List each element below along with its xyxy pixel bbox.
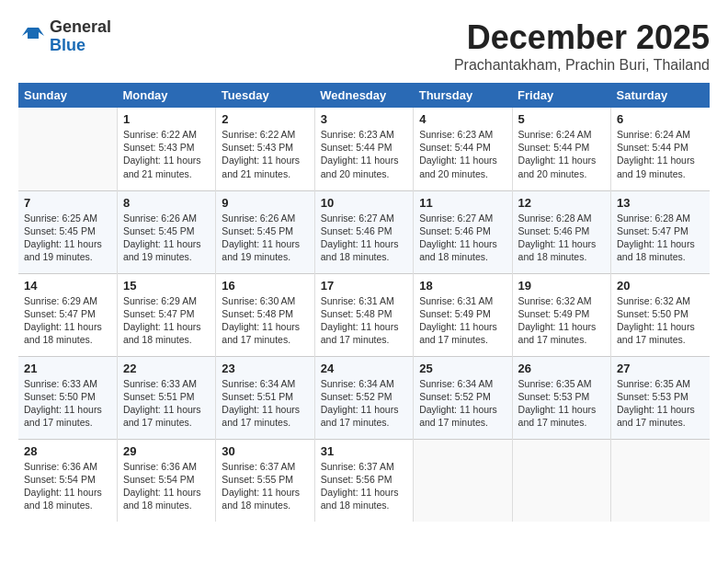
cell-info: Sunrise: 6:30 AM Sunset: 5:48 PM Dayligh… — [222, 294, 308, 347]
calendar-cell: 26Sunrise: 6:35 AM Sunset: 5:53 PM Dayli… — [512, 356, 610, 439]
location-title: Prachantakham, Prachin Buri, Thailand — [454, 57, 710, 74]
calendar-cell: 17Sunrise: 6:31 AM Sunset: 5:48 PM Dayli… — [314, 273, 413, 356]
day-number: 11 — [419, 196, 506, 210]
cell-info: Sunrise: 6:34 AM Sunset: 5:51 PM Dayligh… — [222, 377, 308, 430]
cell-info: Sunrise: 6:26 AM Sunset: 5:45 PM Dayligh… — [222, 212, 308, 264]
calendar-week-2: 7Sunrise: 6:25 AM Sunset: 5:45 PM Daylig… — [18, 190, 710, 273]
calendar-table: SundayMondayTuesdayWednesdayThursdayFrid… — [18, 83, 710, 522]
day-number: 27 — [617, 362, 704, 375]
cell-info: Sunrise: 6:23 AM Sunset: 5:44 PM Dayligh… — [321, 128, 407, 180]
calendar-cell: 2Sunrise: 6:22 AM Sunset: 5:43 PM Daylig… — [216, 108, 314, 190]
day-number: 18 — [419, 279, 506, 293]
month-title: December 2025 — [454, 18, 710, 57]
cell-info: Sunrise: 6:22 AM Sunset: 5:43 PM Dayligh… — [123, 128, 210, 180]
cell-info: Sunrise: 6:35 AM Sunset: 5:53 PM Dayligh… — [617, 377, 704, 430]
day-number: 5 — [518, 112, 605, 126]
day-number: 23 — [222, 362, 308, 375]
calendar-cell: 7Sunrise: 6:25 AM Sunset: 5:45 PM Daylig… — [18, 190, 117, 273]
calendar-cell: 15Sunrise: 6:29 AM Sunset: 5:47 PM Dayli… — [117, 273, 215, 356]
cell-info: Sunrise: 6:28 AM Sunset: 5:46 PM Dayligh… — [518, 212, 605, 264]
logo-icon — [18, 23, 46, 51]
svg-rect-1 — [28, 36, 39, 39]
calendar-cell: 30Sunrise: 6:37 AM Sunset: 5:55 PM Dayli… — [216, 439, 314, 522]
calendar-cell: 31Sunrise: 6:37 AM Sunset: 5:56 PM Dayli… — [314, 439, 413, 522]
calendar-cell: 3Sunrise: 6:23 AM Sunset: 5:44 PM Daylig… — [314, 108, 413, 190]
calendar-cell: 25Sunrise: 6:34 AM Sunset: 5:52 PM Dayli… — [414, 356, 512, 439]
cell-info: Sunrise: 6:36 AM Sunset: 5:54 PM Dayligh… — [123, 460, 210, 512]
day-number: 26 — [518, 362, 605, 375]
header-monday: Monday — [117, 83, 215, 108]
calendar-cell: 14Sunrise: 6:29 AM Sunset: 5:47 PM Dayli… — [18, 273, 117, 356]
calendar-week-3: 14Sunrise: 6:29 AM Sunset: 5:47 PM Dayli… — [18, 273, 710, 356]
day-number: 16 — [222, 279, 308, 293]
day-number: 15 — [123, 279, 210, 293]
calendar-week-4: 21Sunrise: 6:33 AM Sunset: 5:50 PM Dayli… — [18, 356, 710, 439]
cell-info: Sunrise: 6:35 AM Sunset: 5:53 PM Dayligh… — [518, 377, 605, 430]
day-number: 31 — [321, 444, 407, 458]
day-number: 12 — [518, 196, 605, 210]
calendar-week-1: 1Sunrise: 6:22 AM Sunset: 5:43 PM Daylig… — [18, 108, 710, 190]
day-number: 22 — [123, 362, 210, 375]
cell-info: Sunrise: 6:36 AM Sunset: 5:54 PM Dayligh… — [24, 460, 111, 512]
day-number: 6 — [617, 112, 704, 126]
calendar-cell: 27Sunrise: 6:35 AM Sunset: 5:53 PM Dayli… — [611, 356, 710, 439]
header-friday: Friday — [512, 83, 610, 108]
cell-info: Sunrise: 6:27 AM Sunset: 5:46 PM Dayligh… — [419, 212, 506, 264]
header-thursday: Thursday — [414, 83, 512, 108]
calendar-cell: 9Sunrise: 6:26 AM Sunset: 5:45 PM Daylig… — [216, 190, 314, 273]
cell-info: Sunrise: 6:28 AM Sunset: 5:47 PM Dayligh… — [617, 212, 704, 264]
calendar-cell: 20Sunrise: 6:32 AM Sunset: 5:50 PM Dayli… — [611, 273, 710, 356]
calendar-cell: 19Sunrise: 6:32 AM Sunset: 5:49 PM Dayli… — [512, 273, 610, 356]
calendar-cell — [512, 439, 610, 522]
cell-info: Sunrise: 6:24 AM Sunset: 5:44 PM Dayligh… — [518, 128, 605, 180]
cell-info: Sunrise: 6:31 AM Sunset: 5:49 PM Dayligh… — [419, 294, 506, 347]
day-number: 13 — [617, 196, 704, 210]
cell-info: Sunrise: 6:34 AM Sunset: 5:52 PM Dayligh… — [419, 377, 506, 430]
header-wednesday: Wednesday — [314, 83, 413, 108]
cell-info: Sunrise: 6:33 AM Sunset: 5:50 PM Dayligh… — [24, 377, 111, 430]
day-number: 10 — [321, 196, 407, 210]
cell-info: Sunrise: 6:37 AM Sunset: 5:56 PM Dayligh… — [321, 460, 407, 512]
header-sunday: Sunday — [18, 83, 117, 108]
svg-marker-0 — [22, 28, 44, 36]
day-number: 30 — [222, 444, 308, 458]
day-number: 14 — [24, 279, 111, 293]
calendar-cell: 23Sunrise: 6:34 AM Sunset: 5:51 PM Dayli… — [216, 356, 314, 439]
day-number: 4 — [419, 112, 506, 126]
calendar-cell: 12Sunrise: 6:28 AM Sunset: 5:46 PM Dayli… — [512, 190, 610, 273]
header-saturday: Saturday — [611, 83, 710, 108]
calendar-cell — [414, 439, 512, 522]
calendar-cell: 10Sunrise: 6:27 AM Sunset: 5:46 PM Dayli… — [314, 190, 413, 273]
day-number: 9 — [222, 196, 308, 210]
cell-info: Sunrise: 6:24 AM Sunset: 5:44 PM Dayligh… — [617, 128, 704, 180]
calendar-cell: 5Sunrise: 6:24 AM Sunset: 5:44 PM Daylig… — [512, 108, 610, 190]
title-block: December 2025 Prachantakham, Prachin Bur… — [454, 18, 710, 74]
day-number: 28 — [24, 444, 111, 458]
day-number: 24 — [321, 362, 407, 375]
day-number: 8 — [123, 196, 210, 210]
calendar-cell: 11Sunrise: 6:27 AM Sunset: 5:46 PM Dayli… — [414, 190, 512, 273]
cell-info: Sunrise: 6:32 AM Sunset: 5:50 PM Dayligh… — [617, 294, 704, 347]
logo-blue-text: Blue — [50, 37, 111, 55]
cell-info: Sunrise: 6:33 AM Sunset: 5:51 PM Dayligh… — [123, 377, 210, 430]
cell-info: Sunrise: 6:34 AM Sunset: 5:52 PM Dayligh… — [321, 377, 407, 430]
calendar-cell: 29Sunrise: 6:36 AM Sunset: 5:54 PM Dayli… — [117, 439, 215, 522]
calendar-cell: 21Sunrise: 6:33 AM Sunset: 5:50 PM Dayli… — [18, 356, 117, 439]
cell-info: Sunrise: 6:26 AM Sunset: 5:45 PM Dayligh… — [123, 212, 210, 264]
day-number: 21 — [24, 362, 111, 375]
cell-info: Sunrise: 6:23 AM Sunset: 5:44 PM Dayligh… — [419, 128, 506, 180]
cell-info: Sunrise: 6:37 AM Sunset: 5:55 PM Dayligh… — [222, 460, 308, 512]
calendar-cell: 16Sunrise: 6:30 AM Sunset: 5:48 PM Dayli… — [216, 273, 314, 356]
day-number: 2 — [222, 112, 308, 126]
day-number: 3 — [321, 112, 407, 126]
day-number: 25 — [419, 362, 506, 375]
day-number: 29 — [123, 444, 210, 458]
calendar-cell: 1Sunrise: 6:22 AM Sunset: 5:43 PM Daylig… — [117, 108, 215, 190]
cell-info: Sunrise: 6:29 AM Sunset: 5:47 PM Dayligh… — [24, 294, 111, 347]
day-number: 20 — [617, 279, 704, 293]
day-number: 17 — [321, 279, 407, 293]
cell-info: Sunrise: 6:25 AM Sunset: 5:45 PM Dayligh… — [24, 212, 111, 264]
header-tuesday: Tuesday — [216, 83, 314, 108]
cell-info: Sunrise: 6:31 AM Sunset: 5:48 PM Dayligh… — [321, 294, 407, 347]
calendar-cell: 28Sunrise: 6:36 AM Sunset: 5:54 PM Dayli… — [18, 439, 117, 522]
